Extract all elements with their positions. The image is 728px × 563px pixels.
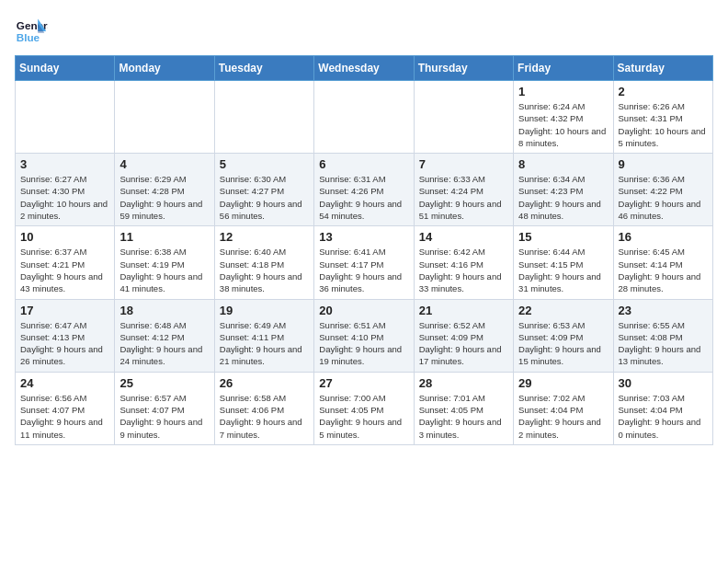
- calendar-day-cell: [16, 81, 115, 154]
- day-number: 23: [619, 304, 708, 317]
- day-number: 2: [619, 85, 708, 98]
- day-info: Sunrise: 6:37 AMSunset: 4:21 PMDaylight:…: [20, 246, 109, 294]
- day-number: 26: [220, 376, 309, 390]
- day-number: 29: [518, 376, 608, 390]
- calendar-day-cell: 24Sunrise: 6:56 AMSunset: 4:07 PMDayligh…: [16, 372, 115, 444]
- day-info: Sunrise: 6:48 AMSunset: 4:12 PMDaylight:…: [119, 319, 209, 368]
- day-info: Sunrise: 6:56 AMSunset: 4:07 PMDaylight:…: [20, 392, 109, 441]
- day-info: Sunrise: 6:41 AMSunset: 4:17 PMDaylight:…: [319, 246, 408, 294]
- day-number: 30: [619, 376, 708, 390]
- day-info: Sunrise: 6:38 AMSunset: 4:19 PMDaylight:…: [119, 246, 209, 294]
- day-number: 1: [518, 85, 608, 98]
- calendar-day-cell: 5Sunrise: 6:30 AMSunset: 4:27 PMDaylight…: [214, 154, 313, 226]
- day-info: Sunrise: 6:29 AMSunset: 4:28 PMDaylight:…: [119, 173, 209, 222]
- calendar-day-cell: 13Sunrise: 6:41 AMSunset: 4:17 PMDayligh…: [314, 226, 414, 299]
- calendar-header-row: SundayMondayTuesdayWednesdayThursdayFrid…: [16, 56, 713, 81]
- calendar-day-header: Saturday: [613, 56, 712, 81]
- day-info: Sunrise: 6:47 AMSunset: 4:13 PMDaylight:…: [20, 319, 109, 368]
- day-info: Sunrise: 6:31 AMSunset: 4:26 PMDaylight:…: [319, 173, 408, 222]
- day-info: Sunrise: 6:33 AMSunset: 4:24 PMDaylight:…: [419, 173, 508, 222]
- day-info: Sunrise: 6:52 AMSunset: 4:09 PMDaylight:…: [419, 319, 508, 368]
- calendar-day-header: Sunday: [16, 56, 115, 81]
- day-info: Sunrise: 7:03 AMSunset: 4:04 PMDaylight:…: [619, 392, 708, 441]
- calendar-day-cell: 14Sunrise: 6:42 AMSunset: 4:16 PMDayligh…: [414, 226, 513, 299]
- calendar-day-cell: 18Sunrise: 6:48 AMSunset: 4:12 PMDayligh…: [115, 299, 214, 372]
- day-info: Sunrise: 6:42 AMSunset: 4:16 PMDaylight:…: [419, 246, 508, 294]
- day-number: 11: [119, 230, 209, 244]
- calendar-day-cell: [314, 81, 414, 154]
- day-number: 18: [119, 304, 209, 317]
- page-header: General Blue: [15, 15, 713, 48]
- calendar-week-row: 17Sunrise: 6:47 AMSunset: 4:13 PMDayligh…: [16, 299, 713, 372]
- day-info: Sunrise: 6:27 AMSunset: 4:30 PMDaylight:…: [20, 173, 109, 222]
- day-info: Sunrise: 6:24 AMSunset: 4:32 PMDaylight:…: [518, 100, 608, 149]
- calendar-table: SundayMondayTuesdayWednesdayThursdayFrid…: [15, 55, 713, 445]
- calendar-day-cell: 2Sunrise: 6:26 AMSunset: 4:31 PMDaylight…: [613, 81, 712, 154]
- day-number: 28: [419, 376, 508, 390]
- calendar-week-row: 3Sunrise: 6:27 AMSunset: 4:30 PMDaylight…: [16, 154, 713, 226]
- calendar-day-header: Thursday: [414, 56, 513, 81]
- logo-icon: General Blue: [15, 15, 48, 48]
- calendar-day-cell: 22Sunrise: 6:53 AMSunset: 4:09 PMDayligh…: [514, 299, 613, 372]
- day-info: Sunrise: 7:00 AMSunset: 4:05 PMDaylight:…: [319, 392, 408, 441]
- calendar-day-cell: 17Sunrise: 6:47 AMSunset: 4:13 PMDayligh…: [16, 299, 115, 372]
- day-info: Sunrise: 6:58 AMSunset: 4:06 PMDaylight:…: [220, 392, 309, 441]
- day-number: 17: [20, 304, 109, 317]
- day-info: Sunrise: 7:01 AMSunset: 4:05 PMDaylight:…: [419, 392, 508, 441]
- calendar-day-cell: [115, 81, 214, 154]
- day-number: 10: [20, 230, 109, 244]
- calendar-day-cell: 21Sunrise: 6:52 AMSunset: 4:09 PMDayligh…: [414, 299, 513, 372]
- calendar-day-cell: 19Sunrise: 6:49 AMSunset: 4:11 PMDayligh…: [214, 299, 313, 372]
- day-number: 15: [518, 230, 608, 244]
- calendar-day-cell: [414, 81, 513, 154]
- day-info: Sunrise: 6:40 AMSunset: 4:18 PMDaylight:…: [220, 246, 309, 294]
- calendar-day-cell: 26Sunrise: 6:58 AMSunset: 4:06 PMDayligh…: [214, 372, 313, 444]
- day-number: 20: [319, 304, 408, 317]
- day-number: 25: [119, 376, 209, 390]
- day-info: Sunrise: 6:34 AMSunset: 4:23 PMDaylight:…: [518, 173, 608, 222]
- day-number: 5: [220, 157, 309, 171]
- day-number: 3: [20, 157, 109, 171]
- day-info: Sunrise: 6:36 AMSunset: 4:22 PMDaylight:…: [619, 173, 708, 222]
- calendar-day-cell: 10Sunrise: 6:37 AMSunset: 4:21 PMDayligh…: [16, 226, 115, 299]
- day-info: Sunrise: 7:02 AMSunset: 4:04 PMDaylight:…: [518, 392, 608, 441]
- day-info: Sunrise: 6:44 AMSunset: 4:15 PMDaylight:…: [518, 246, 608, 294]
- day-number: 8: [518, 157, 608, 171]
- day-number: 21: [419, 304, 508, 317]
- calendar-week-row: 1Sunrise: 6:24 AMSunset: 4:32 PMDaylight…: [16, 81, 713, 154]
- day-number: 13: [319, 230, 408, 244]
- day-info: Sunrise: 6:53 AMSunset: 4:09 PMDaylight:…: [518, 319, 608, 368]
- calendar-day-cell: 1Sunrise: 6:24 AMSunset: 4:32 PMDaylight…: [514, 81, 613, 154]
- calendar-day-cell: 11Sunrise: 6:38 AMSunset: 4:19 PMDayligh…: [115, 226, 214, 299]
- calendar-day-cell: 28Sunrise: 7:01 AMSunset: 4:05 PMDayligh…: [414, 372, 513, 444]
- calendar-day-cell: 16Sunrise: 6:45 AMSunset: 4:14 PMDayligh…: [613, 226, 712, 299]
- calendar-body: 1Sunrise: 6:24 AMSunset: 4:32 PMDaylight…: [16, 81, 713, 445]
- calendar-day-cell: 12Sunrise: 6:40 AMSunset: 4:18 PMDayligh…: [214, 226, 313, 299]
- calendar-day-header: Monday: [115, 56, 214, 81]
- calendar-week-row: 24Sunrise: 6:56 AMSunset: 4:07 PMDayligh…: [16, 372, 713, 444]
- calendar-day-header: Friday: [514, 56, 613, 81]
- day-info: Sunrise: 6:51 AMSunset: 4:10 PMDaylight:…: [319, 319, 408, 368]
- day-number: 4: [119, 157, 209, 171]
- calendar-day-header: Wednesday: [314, 56, 414, 81]
- calendar-day-cell: 15Sunrise: 6:44 AMSunset: 4:15 PMDayligh…: [514, 226, 613, 299]
- calendar-day-cell: 27Sunrise: 7:00 AMSunset: 4:05 PMDayligh…: [314, 372, 414, 444]
- day-info: Sunrise: 6:57 AMSunset: 4:07 PMDaylight:…: [119, 392, 209, 441]
- calendar-day-cell: 7Sunrise: 6:33 AMSunset: 4:24 PMDaylight…: [414, 154, 513, 226]
- day-info: Sunrise: 6:45 AMSunset: 4:14 PMDaylight:…: [619, 246, 708, 294]
- day-info: Sunrise: 6:55 AMSunset: 4:08 PMDaylight:…: [619, 319, 708, 368]
- day-number: 6: [319, 157, 408, 171]
- calendar-day-cell: [214, 81, 313, 154]
- day-number: 19: [220, 304, 309, 317]
- calendar-day-cell: 9Sunrise: 6:36 AMSunset: 4:22 PMDaylight…: [613, 154, 712, 226]
- calendar-day-cell: 20Sunrise: 6:51 AMSunset: 4:10 PMDayligh…: [314, 299, 414, 372]
- day-number: 16: [619, 230, 708, 244]
- calendar-day-cell: 3Sunrise: 6:27 AMSunset: 4:30 PMDaylight…: [16, 154, 115, 226]
- calendar-week-row: 10Sunrise: 6:37 AMSunset: 4:21 PMDayligh…: [16, 226, 713, 299]
- calendar-day-header: Tuesday: [214, 56, 313, 81]
- day-info: Sunrise: 6:26 AMSunset: 4:31 PMDaylight:…: [619, 100, 708, 149]
- day-number: 7: [419, 157, 508, 171]
- day-number: 24: [20, 376, 109, 390]
- svg-text:Blue: Blue: [17, 31, 40, 43]
- day-number: 22: [518, 304, 608, 317]
